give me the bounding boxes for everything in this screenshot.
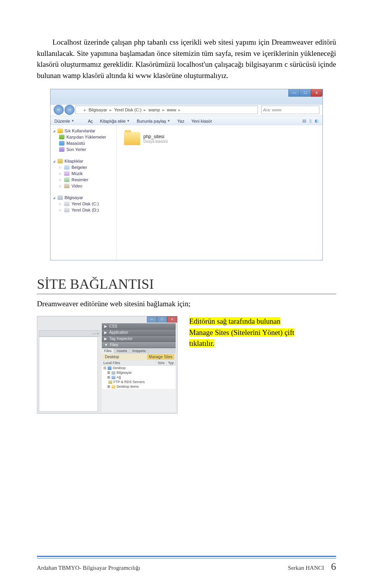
computer-icon bbox=[112, 371, 115, 375]
minimize-button[interactable]: — bbox=[288, 89, 300, 97]
breadcrumb-sep: ▸ bbox=[178, 108, 181, 113]
highlight-line: tıklatılır. bbox=[189, 339, 214, 347]
star-icon bbox=[58, 128, 63, 133]
nav-forward-button[interactable]: → bbox=[64, 105, 75, 115]
sidebar-drive-c[interactable]: ▷Yerel Disk (C:) bbox=[52, 201, 115, 207]
search-term: www bbox=[272, 108, 281, 112]
col-local[interactable]: Local Files bbox=[102, 361, 156, 365]
breadcrumb-seg[interactable]: wamp bbox=[147, 108, 161, 112]
toolbar-share[interactable]: Bununla paylaş ▼ bbox=[137, 119, 170, 123]
highlight-line: Editörün sağ tarafında bulunan bbox=[189, 317, 281, 325]
toolbar-organize[interactable]: Düzenle ▼ bbox=[54, 119, 74, 123]
tree-network[interactable]: ⊞Ağ bbox=[102, 375, 176, 380]
nav-back-button[interactable]: ← bbox=[54, 105, 64, 115]
folder-item[interactable]: php_sitesi Dosya klasörü bbox=[121, 130, 235, 147]
sidebar-favorites[interactable]: ◢Sık Kullanılanlar bbox=[52, 128, 115, 134]
manage-sites-link[interactable]: Manage Sites bbox=[147, 354, 174, 359]
toolbar-burn[interactable]: Yaz bbox=[177, 119, 184, 123]
sidebar-music[interactable]: ▷Müzik bbox=[52, 170, 115, 177]
chevron-down-icon: ▼ bbox=[127, 119, 130, 123]
folder-name: php_sitesi bbox=[143, 134, 168, 139]
breadcrumb-seg[interactable]: www bbox=[166, 108, 178, 112]
ftp-icon bbox=[108, 380, 112, 384]
window-title-bar: — □ x bbox=[289, 89, 322, 98]
col-size[interactable]: Size bbox=[156, 361, 167, 365]
site-select[interactable]: Desktop bbox=[105, 355, 119, 359]
preview-pane-icon[interactable]: ▯ bbox=[309, 118, 312, 123]
view-icon[interactable]: ▤ bbox=[302, 118, 306, 123]
dreamweaver-screenshot: — □ x ⎚ – ▫ × ▶CSS ▶Application ▶Tag Ins… bbox=[37, 316, 178, 414]
dw-editor-area[interactable] bbox=[39, 336, 98, 412]
breadcrumb-sep: ▸ bbox=[110, 108, 112, 113]
dw-doc-controls[interactable]: – ▫ × bbox=[92, 332, 99, 335]
toolbar-open[interactable]: Aç bbox=[81, 119, 93, 123]
sidebar-drive-d[interactable]: ▷Yerel Disk (D:) bbox=[52, 207, 115, 213]
dw-close-button[interactable]: x bbox=[167, 316, 177, 323]
toolbar-library[interactable]: Kitaplığa ekle ▼ bbox=[100, 119, 130, 123]
subheading-text: Dreamweaver editörüne web sitesini bağla… bbox=[37, 300, 336, 308]
tab-snippets[interactable]: Snippets bbox=[130, 348, 148, 354]
breadcrumb-seg[interactable]: Yerel Disk (C:) bbox=[113, 108, 143, 112]
breadcrumb-sep: ▸ bbox=[84, 108, 86, 113]
panel-css[interactable]: ▶CSS bbox=[102, 323, 176, 330]
panel-tag-inspector[interactable]: ▶Tag Inspector bbox=[102, 336, 176, 342]
col-type[interactable]: Typ bbox=[166, 361, 176, 365]
download-icon bbox=[59, 135, 64, 139]
section-heading: SİTE BAĞLANTISI bbox=[37, 276, 336, 294]
desktop-icon bbox=[108, 366, 112, 370]
folder-icon bbox=[112, 385, 115, 389]
document-icon bbox=[64, 165, 70, 170]
tree-computer[interactable]: ⊞Bilgisayar bbox=[102, 370, 176, 375]
explorer-content: php_sitesi Dosya klasörü bbox=[117, 125, 322, 260]
breadcrumb-sep: ▸ bbox=[144, 108, 146, 113]
dw-minimize-button[interactable]: — bbox=[147, 316, 157, 323]
sidebar-libraries[interactable]: ◢Kitaplıklar bbox=[52, 158, 115, 164]
network-icon bbox=[112, 376, 115, 379]
dw-docbar: – ▫ × bbox=[39, 330, 100, 336]
page-number: 6 bbox=[331, 561, 336, 572]
panel-files[interactable]: ▼Files bbox=[102, 342, 176, 348]
breadcrumb-path[interactable]: ▸ Bilgisayar ▸ Yerel Disk (C:) ▸ wamp ▸ … bbox=[75, 106, 258, 114]
sidebar-documents[interactable]: ▷Belgeler bbox=[52, 164, 115, 170]
dw-titlebar: — □ x bbox=[147, 316, 177, 323]
sidebar-recent[interactable]: Son Yerler bbox=[52, 146, 115, 153]
open-icon bbox=[81, 119, 87, 123]
chevron-down-icon: ▼ bbox=[71, 119, 74, 123]
tab-assets[interactable]: Assets bbox=[114, 348, 130, 354]
page-footer: Ardahan TBMYO- Bilgisayar Programcılığı … bbox=[37, 556, 336, 572]
explorer-screenshot: — □ x ← → ▸ Bilgisayar ▸ Yerel Disk (C:)… bbox=[50, 89, 323, 260]
explorer-toolbar: Düzenle ▼ Aç Kitaplığa ekle ▼ Bununla pa… bbox=[51, 116, 322, 126]
close-button[interactable]: x bbox=[311, 89, 322, 97]
tab-files[interactable]: Files bbox=[102, 348, 114, 354]
folder-icon bbox=[124, 132, 140, 145]
sidebar-video[interactable]: ▷Video bbox=[52, 183, 115, 189]
breadcrumb-seg[interactable]: Bilgisayar bbox=[87, 108, 108, 112]
tree-desktop[interactable]: ⊟Desktop bbox=[102, 366, 176, 370]
toolbar-newfolder[interactable]: Yeni klasör bbox=[191, 119, 212, 123]
files-site-row: Desktop Manage Sites bbox=[102, 354, 176, 361]
breadcrumb-sep: ▸ bbox=[162, 108, 165, 113]
footer-left: Ardahan TBMYO- Bilgisayar Programcılığı bbox=[37, 565, 140, 571]
highlight-line: Manage Sites (Sitelerini Yönet) çift bbox=[189, 328, 295, 336]
maximize-button[interactable]: □ bbox=[300, 89, 311, 97]
desktop-icon bbox=[59, 141, 64, 146]
sidebar-computer[interactable]: ◢Bilgisayar bbox=[52, 194, 115, 201]
search-input[interactable]: Ara: www bbox=[261, 106, 319, 114]
folder-type: Dosya klasörü bbox=[143, 139, 168, 144]
sidebar-desktop[interactable]: Masaüstü bbox=[52, 140, 115, 146]
music-icon bbox=[64, 171, 70, 176]
picture-icon bbox=[64, 177, 70, 182]
drive-icon bbox=[64, 201, 70, 206]
computer-icon bbox=[58, 195, 63, 200]
tree-ftp[interactable]: FTP & RDS Servers bbox=[102, 380, 176, 384]
tree-desktop-items[interactable]: ⊞Desktop items bbox=[102, 384, 176, 389]
dw-maximize-button[interactable]: □ bbox=[157, 316, 167, 323]
intro-paragraph: Localhost üzerinde çalışan php tabanlı c… bbox=[37, 37, 336, 81]
sidebar-downloads[interactable]: Karşıdan Yüklemeler bbox=[52, 134, 115, 140]
files-tabs: Files Assets Snippets bbox=[102, 348, 176, 354]
drive-icon bbox=[64, 208, 70, 212]
folder-icon bbox=[77, 108, 83, 112]
panel-application[interactable]: ▶Application bbox=[102, 330, 176, 336]
help-icon[interactable]: ◐ bbox=[315, 118, 319, 123]
sidebar-pictures[interactable]: ▷Resimler bbox=[52, 177, 115, 183]
